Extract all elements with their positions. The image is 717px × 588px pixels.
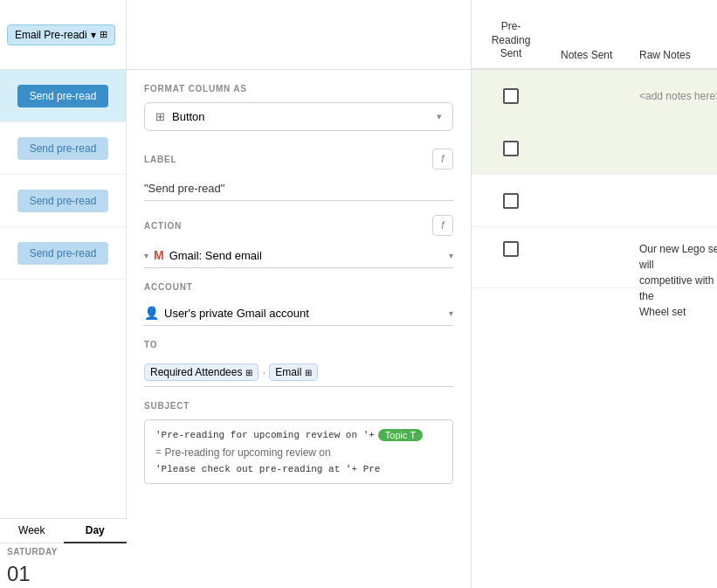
email-pill-label: Email: [275, 366, 301, 378]
action-func-button[interactable]: f: [432, 215, 453, 236]
gmail-icon: M: [154, 248, 164, 262]
grid-icon: ⊞: [100, 29, 107, 40]
email-pill[interactable]: Email ⊞: [269, 363, 318, 381]
pre-reading-cell-3[interactable]: [472, 186, 550, 216]
account-section-title: ACCOUNT: [144, 282, 453, 292]
expand-icon: ▾: [144, 251, 148, 260]
subject-line2: 'Please check out pre-reading at '+ Pre: [155, 464, 442, 474]
required-attendees-pill[interactable]: Required Attendees ⊞: [144, 363, 259, 381]
send-preread-button-4[interactable]: Send pre-read: [17, 242, 109, 265]
notes-sent-cell-2: [550, 142, 629, 156]
subject-code-text: 'Pre-reading for upcoming review on '+: [155, 430, 375, 440]
raw-notes-cell-2: [629, 142, 717, 156]
chevron-down-icon: ▾: [91, 29, 96, 41]
send-preread-button-3[interactable]: Send pre-read: [17, 190, 109, 212]
button-format-icon: ⊞: [155, 110, 165, 123]
checkbox[interactable]: [503, 88, 519, 104]
email-prereadi-dropdown[interactable]: Email Pre-readi ▾ ⊞: [7, 24, 115, 45]
day-tab[interactable]: Day: [64, 519, 128, 543]
pill-icon: ⊞: [245, 368, 252, 377]
table-row: [472, 175, 717, 227]
subject-section-title: SUBJECT: [144, 401, 453, 411]
separator: ·: [262, 365, 265, 379]
preview-text: Pre-reading for upcoming review on: [165, 446, 331, 459]
required-attendees-label: Required Attendees: [150, 366, 242, 378]
topic-pill[interactable]: Topic T: [378, 429, 423, 441]
pre-reading-cell-4[interactable]: [472, 234, 550, 264]
label-input[interactable]: [144, 176, 453, 201]
equals-sign: =: [155, 447, 162, 458]
to-field: Required Attendees ⊞ · Email ⊞: [144, 358, 453, 387]
label-func-button[interactable]: f: [432, 149, 453, 169]
send-preread-button-2[interactable]: Send pre-read: [17, 137, 109, 160]
raw-notes-cell: <add notes here>: [629, 83, 717, 109]
checkbox-2[interactable]: [503, 141, 519, 156]
email-pill-icon: ⊞: [305, 368, 312, 377]
pre-reading-sent-header: Pre-Reading Sent: [472, 20, 550, 61]
table-row: [472, 122, 717, 175]
pre-reading-cell-2[interactable]: [472, 134, 550, 163]
notes-sent-cell-3: [550, 194, 629, 208]
table-row: Our new Lego set willcompetitive with th…: [472, 227, 717, 288]
checkbox-3[interactable]: [503, 193, 519, 209]
date-number: 01: [0, 560, 127, 588]
action-chevron-icon: ▾: [449, 251, 453, 260]
label-section-title: LABEL: [144, 155, 176, 164]
chevron-down-icon: ▾: [437, 111, 442, 122]
pre-reading-cell[interactable]: [472, 81, 550, 111]
format-column-label: FORMAT COLUMN AS: [144, 84, 453, 93]
account-label: User's private Gmail account: [164, 307, 444, 320]
person-icon: 👤: [144, 306, 159, 320]
action-label: Gmail: Send email: [169, 249, 444, 262]
send-preread-button-1[interactable]: Send pre-read: [17, 85, 109, 107]
account-select[interactable]: 👤 User's private Gmail account ▾: [144, 301, 453, 326]
raw-notes-header: Raw Notes: [629, 49, 717, 61]
action-select[interactable]: ▾ M Gmail: Send email ▾: [144, 243, 453, 268]
format-type-label: Button: [172, 110, 430, 123]
raw-notes-cell-3: [629, 194, 717, 208]
week-tab[interactable]: Week: [0, 519, 64, 543]
notes-sent-cell-4: [550, 234, 629, 248]
email-prereadi-label: Email Pre-readi: [15, 29, 87, 41]
notes-sent-cell: [550, 89, 629, 103]
table-row: <add notes here>: [472, 70, 717, 122]
notes-sent-header: Notes Sent: [550, 49, 629, 61]
to-section-title: TO: [144, 340, 453, 349]
account-chevron-icon: ▾: [449, 308, 453, 318]
checkbox-4[interactable]: [503, 241, 519, 257]
action-section-title: ACTION: [144, 221, 182, 231]
subject-box: 'Pre-reading for upcoming review on '+ T…: [144, 419, 453, 484]
saturday-label: SATURDAY: [0, 543, 127, 560]
raw-notes-cell-4: Our new Lego set willcompetitive with th…: [629, 234, 717, 327]
format-column-select[interactable]: ⊞ Button ▾: [144, 102, 453, 131]
